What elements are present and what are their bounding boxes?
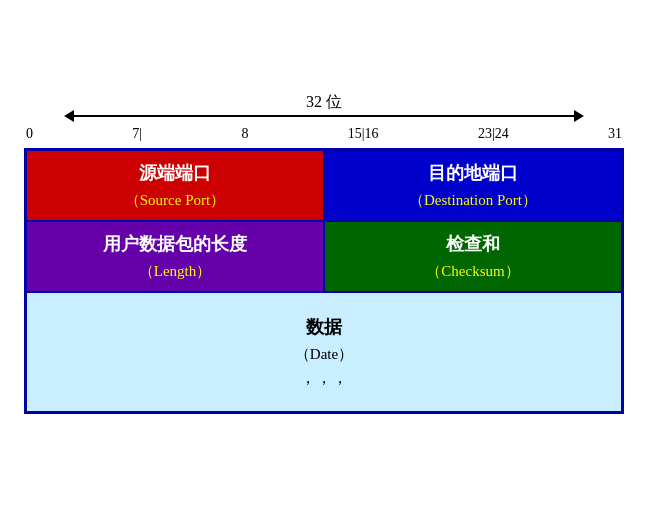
bit-numbers-row: 0 7| 8 15|16 23|24 31 (24, 126, 624, 142)
row-length-checksum: 用户数据包的长度 （Length） 检查和 （Checksum） (26, 221, 622, 292)
bit-31: 31 (608, 126, 622, 142)
length-cn-label: 用户数据包的长度 (103, 232, 247, 256)
row-data: 数据 （Date） ，，， (26, 292, 622, 412)
source-port-cn-label: 源端端口 (139, 161, 211, 185)
length-en-label: （Length） (139, 262, 212, 281)
dest-port-cn-label: 目的地端口 (428, 161, 518, 185)
checksum-en-label: （Checksum） (426, 262, 519, 281)
bit-0: 0 (26, 126, 33, 142)
bit-width-label: 32 位 (306, 92, 342, 113)
data-cell: 数据 （Date） ，，， (26, 292, 622, 412)
dest-port-en-label: （Destination Port） (409, 191, 537, 210)
bit-15-16: 15|16 (348, 126, 379, 142)
source-port-en-label: （Source Port） (125, 191, 225, 210)
source-port-cell: 源端端口 （Source Port） (26, 150, 324, 221)
arrow-right-head (574, 110, 584, 122)
bit-width-arrow: 32 位 (24, 110, 624, 122)
data-en-label: （Date） (295, 345, 353, 364)
length-cell: 用户数据包的长度 （Length） (26, 221, 324, 292)
row-ports: 源端端口 （Source Port） 目的地端口 （Destination Po… (26, 150, 622, 221)
arrow-shaft (74, 115, 574, 117)
bit-7-8: 7| (132, 126, 142, 142)
bit-8: 8 (241, 126, 248, 142)
dest-port-cell: 目的地端口 （Destination Port） (324, 150, 622, 221)
arrow-left-head (64, 110, 74, 122)
bit-23-24: 23|24 (478, 126, 509, 142)
data-dots: ，，， (300, 368, 348, 389)
checksum-cn-label: 检查和 (446, 232, 500, 256)
checksum-cell: 检查和 （Checksum） (324, 221, 622, 292)
data-cn-label: 数据 (306, 315, 342, 339)
protocol-grid: 源端端口 （Source Port） 目的地端口 （Destination Po… (24, 148, 624, 414)
